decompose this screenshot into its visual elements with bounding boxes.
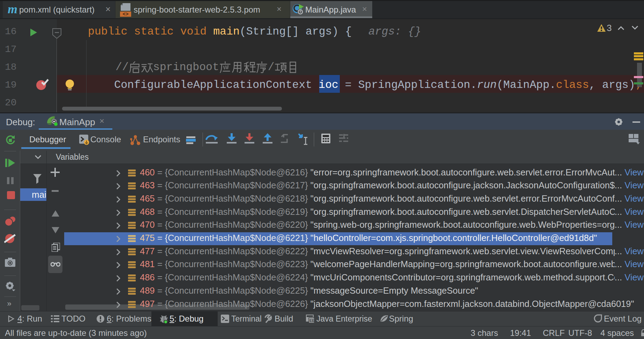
svg-text:<>: <>	[123, 12, 129, 17]
svg-text:EE: EE	[309, 318, 315, 323]
